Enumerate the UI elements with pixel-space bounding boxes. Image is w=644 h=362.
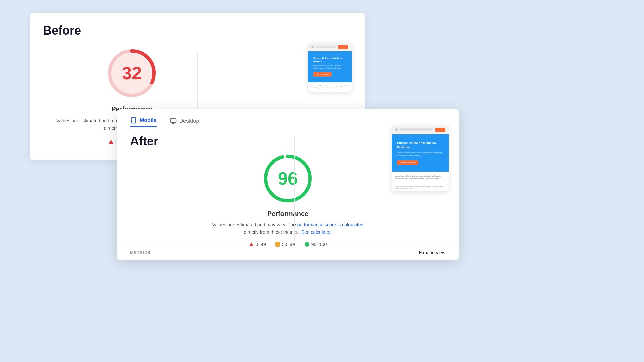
after-desktop-icon [170, 118, 177, 124]
page-container: Mobile Desktop Before [0, 0, 644, 362]
after-mockup-body: Lorem ipsum dolor sit amet, consectetur … [392, 172, 449, 184]
after-description: Values are estimated and may vary. The p… [212, 221, 364, 236]
before-score-circle: 32 [105, 46, 159, 100]
metrics-label: METRICS [130, 250, 151, 255]
mockup-hero-title: Cursos Online de Medicina Estética [313, 57, 346, 63]
mockup-url-bar [316, 46, 336, 48]
before-tabs: Mobile Desktop [0, 22, 197, 33]
metrics-bar: METRICS Expand view [117, 245, 459, 260]
svg-point-9 [133, 122, 134, 122]
after-score-circle: 96 [261, 152, 315, 205]
red-triangle-icon [109, 140, 113, 144]
after-mockup-hero-sub: Lorem ipsum dolor sit amet consectetur a… [397, 151, 443, 157]
mockup-hero-cta: Conócenos ahora [313, 72, 332, 77]
after-card: Mobile Desktop After [117, 109, 459, 260]
after-mockup-url [400, 128, 433, 131]
mockup-hero-sub: Lorem ipsum dolor sit amet consectetur a… [313, 65, 346, 69]
after-divider [294, 136, 295, 240]
after-mobile-icon [130, 117, 137, 124]
mockup-topbar [308, 43, 352, 51]
svg-rect-8 [131, 118, 136, 123]
after-mockup-cta: Conócenos ahora [397, 160, 418, 165]
after-tab-mobile[interactable]: Mobile [130, 117, 157, 127]
after-tab-desktop[interactable]: Desktop [170, 117, 199, 127]
after-tabs: Mobile Desktop [117, 109, 459, 127]
after-see-calc-link[interactable]: See calculator. [301, 229, 332, 235]
expand-view-button[interactable]: Expand view [419, 250, 445, 255]
after-mockup-topbar [392, 126, 449, 134]
after-mockup-hero: Cursos Online de Medicina Estética Lorem… [392, 134, 449, 172]
mockup-hero: Cursos Online de Medicina Estética Lorem… [308, 51, 352, 82]
before-score-value: 32 [122, 63, 142, 83]
after-mockup-footer: Lorem ipsum dolor sit amet consectetur a… [392, 184, 449, 191]
after-mockup: Cursos Online de Medicina Estética Lorem… [392, 126, 449, 191]
after-mockup-hero-title: Cursos Online de Medicina Estética [397, 141, 443, 149]
mockup-cta-btn [338, 45, 348, 49]
after-score-label: Performance [267, 210, 308, 218]
after-mockup-dot [395, 128, 398, 131]
after-calc-link[interactable]: performance score is calculated [297, 222, 364, 227]
mockup-dot [311, 46, 314, 48]
svg-rect-10 [170, 118, 176, 122]
after-mockup-btn [435, 128, 445, 132]
before-mockup: Cursos Online de Medicina Estética Lorem… [308, 43, 352, 92]
mockup-body: Lorem ipsum dolor sit amet, consectetur … [308, 82, 352, 92]
